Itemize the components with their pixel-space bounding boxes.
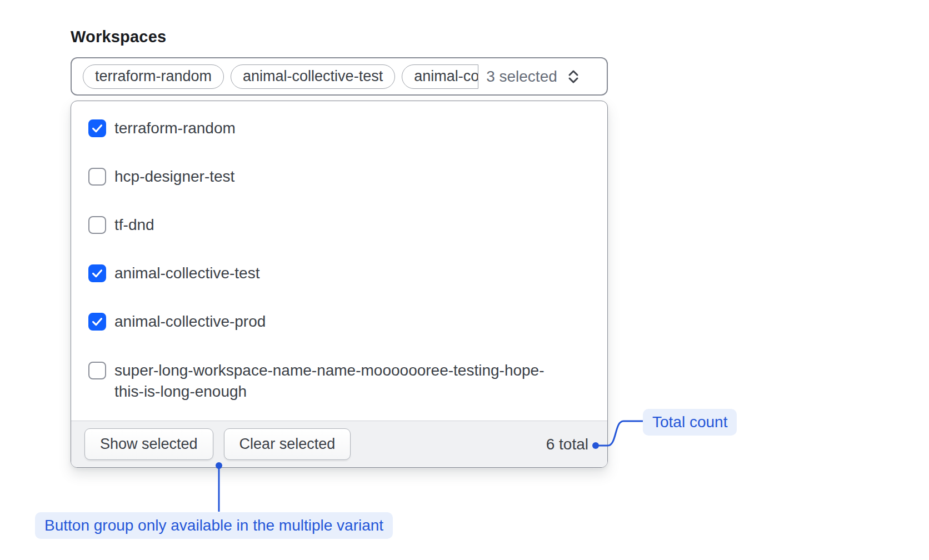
workspaces-field-label: Workspaces bbox=[71, 28, 166, 46]
selected-tag: animal-collective-test bbox=[231, 64, 395, 89]
checkbox[interactable] bbox=[88, 168, 106, 186]
option-label: hcp-designer-test bbox=[114, 166, 234, 187]
chevron-up-down-icon bbox=[565, 67, 582, 86]
button-group-annotation: Button group only available in the multi… bbox=[35, 512, 393, 539]
listbox-option[interactable]: tf-dnd bbox=[71, 201, 607, 249]
listbox-option[interactable]: super-long-workspace-name-name-moooooore… bbox=[71, 346, 607, 402]
workspaces-dropdown-panel: terraform-random hcp-designer-test tf-dn… bbox=[71, 101, 608, 468]
dropdown-footer: Show selected Clear selected 6 total bbox=[71, 421, 607, 467]
listbox-option[interactable]: hcp-designer-test bbox=[71, 152, 607, 201]
option-label: terraform-random bbox=[114, 118, 236, 139]
show-selected-button[interactable]: Show selected bbox=[84, 428, 213, 460]
checkbox[interactable] bbox=[88, 313, 106, 331]
listbox-option[interactable]: animal-collective-test bbox=[71, 249, 607, 297]
checkbox[interactable] bbox=[88, 264, 106, 282]
listbox-option[interactable]: terraform-random bbox=[71, 104, 607, 152]
option-label: animal-collective-prod bbox=[114, 311, 266, 332]
selected-tag-clipped: animal-co bbox=[402, 64, 478, 89]
listbox-option[interactable]: animal-collective-prod bbox=[71, 297, 607, 346]
option-label: tf-dnd bbox=[114, 214, 154, 236]
total-count-text: 6 total bbox=[546, 436, 588, 453]
option-label: super-long-workspace-name-name-moooooore… bbox=[114, 360, 556, 402]
selected-count-text: 3 selected bbox=[486, 68, 557, 86]
selected-tag: terraform-random bbox=[83, 64, 224, 89]
checkbox[interactable] bbox=[88, 119, 106, 137]
checkbox[interactable] bbox=[88, 362, 106, 379]
workspaces-listbox: terraform-random hcp-designer-test tf-dn… bbox=[71, 101, 607, 421]
workspaces-select-trigger[interactable]: terraform-random animal-collective-test … bbox=[71, 57, 608, 96]
checkmark-icon bbox=[89, 264, 105, 282]
screenshot-stage: Workspaces terraform-random animal-colle… bbox=[0, 0, 929, 560]
checkbox[interactable] bbox=[88, 216, 106, 234]
clear-selected-button[interactable]: Clear selected bbox=[224, 428, 351, 460]
checkmark-icon bbox=[89, 313, 105, 331]
total-count-annotation: Total count bbox=[643, 409, 737, 436]
option-label: animal-collective-test bbox=[114, 263, 259, 284]
checkmark-icon bbox=[89, 119, 105, 137]
